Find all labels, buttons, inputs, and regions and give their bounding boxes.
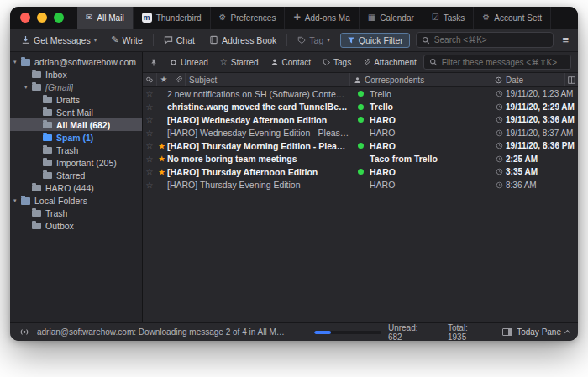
- star-column-header[interactable]: ★: [157, 73, 171, 86]
- toolbar-separator: [286, 34, 287, 46]
- star-toggle-icon[interactable]: [143, 141, 156, 150]
- tag-icon: [297, 36, 306, 45]
- message-row[interactable]: [HARO] Wednesday Afternoon Edition HARO …: [143, 113, 578, 127]
- global-search-input[interactable]: [434, 35, 549, 45]
- filter-attachment-button[interactable]: Attachment: [358, 55, 422, 70]
- star-toggle-icon[interactable]: [143, 89, 156, 98]
- minimize-window-button[interactable]: [37, 13, 47, 23]
- chevron-up-icon: [564, 330, 570, 336]
- column-picker-button[interactable]: [565, 73, 578, 86]
- sticky-pin-button[interactable]: [148, 56, 163, 69]
- correspondents-column-header[interactable]: Correspondents: [350, 73, 491, 86]
- quick-filter-button[interactable]: Quick Filter: [340, 33, 410, 48]
- today-pane-button[interactable]: Today Pane: [502, 327, 570, 337]
- star-toggle-icon[interactable]: [143, 181, 156, 190]
- close-window-button[interactable]: [20, 13, 30, 23]
- tab-label: Calendar: [380, 13, 414, 23]
- message-row[interactable]: [HARO] Thursday Evening Edition HARO 8:3…: [143, 179, 578, 192]
- folder-row[interactable]: Inbox: [10, 68, 142, 81]
- tab[interactable]: ⚙ Preferences: [211, 7, 286, 29]
- message-row[interactable]: [HARO] Wednesday Evening Edition - Pleas…: [143, 127, 578, 140]
- star-toggle-icon[interactable]: [143, 102, 156, 112]
- folder-row[interactable]: Spam (1): [10, 131, 142, 144]
- total-count: Total: 1935: [448, 323, 487, 342]
- clock-icon: [492, 142, 506, 149]
- folder-row[interactable]: Trash: [10, 144, 142, 156]
- date-column-header[interactable]: Date: [491, 73, 565, 86]
- chat-button[interactable]: Chat: [160, 33, 199, 48]
- folder-row[interactable]: adrian@softwarehow.com: [10, 55, 142, 68]
- tag-button[interactable]: Tag ▾: [293, 33, 333, 48]
- message-subject: christine.wang moved the card TunnelBear…: [167, 102, 354, 112]
- address-book-button[interactable]: Address Book: [205, 33, 281, 48]
- folder-row[interactable]: Trash: [10, 207, 142, 219]
- folder-row[interactable]: Drafts: [10, 93, 142, 106]
- folder-row[interactable]: Outbox: [10, 219, 142, 232]
- message-row[interactable]: [HARO] Thursday Afternoon Edition HARO 3…: [143, 165, 578, 179]
- star-toggle-icon[interactable]: [143, 167, 156, 176]
- message-row[interactable]: No more boring team meetings Taco from T…: [143, 153, 578, 166]
- twisty-icon[interactable]: [13, 197, 21, 203]
- filter-tags-button[interactable]: Tags: [318, 55, 356, 70]
- message-subject: [HARO] Wednesday Afternoon Edition: [167, 115, 354, 125]
- tab[interactable]: ✉ All Mail: [77, 7, 134, 29]
- get-messages-button[interactable]: Get Messages ▾: [17, 33, 101, 48]
- filter-unread-button[interactable]: Unread: [165, 55, 213, 70]
- tab[interactable]: m Thunderbird: [134, 7, 211, 29]
- tab[interactable]: ▦ Calendar: [360, 7, 423, 29]
- tab-icon: m: [142, 13, 152, 23]
- online-status-dot: [354, 104, 366, 110]
- folder-row[interactable]: Sent Mail: [10, 106, 142, 118]
- folder-row[interactable]: All Mail (682): [10, 118, 142, 131]
- filter-attachment-label: Attachment: [374, 58, 417, 67]
- thread-column-header[interactable]: [143, 73, 157, 86]
- status-bar: adrian@softwarehow.com: Downloading mess…: [10, 322, 578, 341]
- global-search-box[interactable]: [416, 32, 554, 48]
- folder-row[interactable]: HARO (444): [10, 181, 142, 194]
- tab[interactable]: ☑ Tasks: [423, 7, 475, 29]
- folder-row[interactable]: [Gmail]: [10, 81, 142, 93]
- message-row[interactable]: christine.wang moved the card TunnelBear…: [143, 101, 578, 114]
- folder-row[interactable]: Important (205): [10, 156, 142, 169]
- chat-bubble-icon: [164, 35, 173, 45]
- new-message-icon: [156, 155, 167, 163]
- message-subject: 2 new notifications on SH (Software) Con…: [167, 89, 354, 99]
- tab[interactable]: ⚙ Account Sett: [474, 7, 551, 29]
- star-toggle-icon[interactable]: [143, 154, 156, 164]
- message-row[interactable]: [HARO] Thursday Morning Edition - Please…: [143, 139, 578, 153]
- tab-icon: ☑: [432, 13, 439, 22]
- filter-starred-button[interactable]: ☆ Starred: [215, 55, 264, 70]
- subject-column-header[interactable]: Subject: [186, 73, 350, 86]
- folder-label: Outbox: [45, 221, 74, 231]
- attachment-column-header[interactable]: [171, 73, 186, 86]
- filter-search-box[interactable]: [423, 55, 571, 70]
- download-progress-bar: [314, 331, 381, 334]
- app-menu-button[interactable]: ≡: [559, 34, 571, 46]
- message-correspondent: HARO: [366, 167, 492, 177]
- clock-icon: [492, 90, 506, 97]
- filter-contact-button[interactable]: Contact: [265, 55, 316, 70]
- star-toggle-icon[interactable]: [143, 115, 156, 124]
- filter-search-input[interactable]: [442, 58, 565, 67]
- star-icon: ☆: [220, 58, 228, 66]
- message-row[interactable]: 2 new notifications on SH (Software) Con…: [143, 87, 578, 101]
- clock-icon: [492, 103, 506, 111]
- folder-label: HARO (444): [45, 183, 94, 193]
- write-button[interactable]: ✎ Write: [107, 33, 147, 48]
- star-toggle-icon[interactable]: [143, 128, 156, 138]
- folder-row[interactable]: Starred: [10, 169, 142, 181]
- filter-unread-label: Unread: [181, 58, 208, 67]
- message-date: 19/11/20, 1:23 AM: [506, 89, 578, 98]
- chat-label: Chat: [176, 35, 195, 45]
- twisty-icon[interactable]: [13, 59, 21, 65]
- zoom-window-button[interactable]: [54, 13, 64, 23]
- message-subject: No more boring team meetings: [167, 154, 354, 164]
- tab-bar: ✉ All Mail m Thunderbird ⚙ Preferences ✚…: [10, 7, 578, 29]
- message-subject: [HARO] Wednesday Evening Edition - Pleas…: [167, 128, 354, 138]
- twisty-icon[interactable]: [24, 84, 32, 90]
- folder-row[interactable]: Local Folders: [10, 194, 142, 207]
- activity-icon: [18, 327, 30, 337]
- tab-label: All Mail: [97, 13, 123, 23]
- tab[interactable]: ✚ Add-ons Ma: [285, 7, 359, 29]
- paperclip-icon: [363, 58, 370, 66]
